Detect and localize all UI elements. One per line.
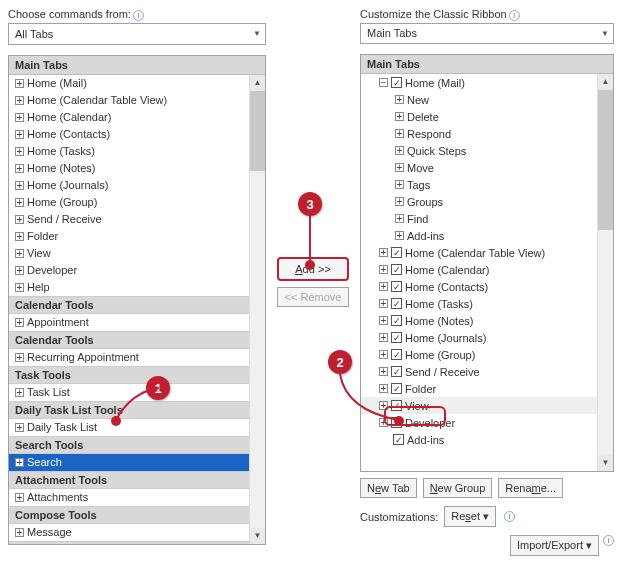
tree-item[interactable]: Home (Journals) bbox=[361, 329, 597, 346]
tree-item[interactable]: Home (Contacts) bbox=[9, 126, 249, 143]
tree-item[interactable]: Tags bbox=[361, 176, 597, 193]
expand-icon[interactable] bbox=[15, 266, 24, 275]
expand-icon[interactable] bbox=[379, 333, 388, 342]
expand-icon[interactable] bbox=[379, 350, 388, 359]
expand-icon[interactable] bbox=[15, 458, 24, 467]
expand-icon[interactable] bbox=[395, 95, 404, 104]
tree-item[interactable]: Home (Calendar Table View) bbox=[361, 244, 597, 261]
expand-icon[interactable] bbox=[395, 129, 404, 138]
expand-icon[interactable] bbox=[15, 130, 24, 139]
tree-item[interactable]: Home (Tasks) bbox=[9, 143, 249, 160]
expand-icon[interactable] bbox=[15, 423, 24, 432]
checkbox[interactable] bbox=[391, 264, 402, 275]
tree-item[interactable]: Home (Calendar Table View) bbox=[9, 92, 249, 109]
expand-icon[interactable] bbox=[395, 180, 404, 189]
expand-icon[interactable] bbox=[395, 197, 404, 206]
checkbox[interactable] bbox=[391, 298, 402, 309]
tree-item[interactable]: Send / Receive bbox=[9, 211, 249, 228]
expand-icon[interactable] bbox=[15, 79, 24, 88]
reset-button[interactable]: Reset ▾ bbox=[444, 506, 496, 527]
tree-item[interactable]: Home (Tasks) bbox=[361, 295, 597, 312]
rename-button[interactable]: Rename... bbox=[498, 478, 563, 498]
expand-icon[interactable] bbox=[15, 113, 24, 122]
checkbox[interactable] bbox=[393, 434, 404, 445]
tree-item[interactable]: Delete bbox=[361, 108, 597, 125]
expand-icon[interactable] bbox=[15, 215, 24, 224]
checkbox[interactable] bbox=[391, 77, 402, 88]
expand-icon[interactable] bbox=[379, 367, 388, 376]
tree-item[interactable]: Home (Mail) bbox=[361, 74, 597, 91]
checkbox[interactable] bbox=[391, 315, 402, 326]
new-tab-button[interactable]: New Tab bbox=[360, 478, 417, 498]
expand-icon[interactable] bbox=[15, 147, 24, 156]
choose-commands-combo[interactable]: All Tabs▼ bbox=[8, 23, 266, 45]
tree-item[interactable]: Daily Task List bbox=[9, 419, 249, 436]
expand-icon[interactable] bbox=[395, 112, 404, 121]
expand-icon[interactable] bbox=[15, 198, 24, 207]
tree-item[interactable]: Home (Calendar) bbox=[9, 109, 249, 126]
expand-icon[interactable] bbox=[395, 146, 404, 155]
tree-item[interactable]: Home (Calendar) bbox=[361, 261, 597, 278]
checkbox[interactable] bbox=[391, 247, 402, 258]
collapse-icon[interactable] bbox=[379, 78, 388, 87]
tree-item[interactable]: Home (Mail) bbox=[9, 75, 249, 92]
tree-item[interactable]: Message bbox=[9, 524, 249, 541]
tree-item[interactable]: Attachments bbox=[9, 489, 249, 506]
expand-icon[interactable] bbox=[379, 282, 388, 291]
import-export-button[interactable]: Import/Export ▾ bbox=[510, 535, 599, 556]
tree-item[interactable]: Home (Journals) bbox=[9, 177, 249, 194]
expand-icon[interactable] bbox=[15, 181, 24, 190]
expand-icon[interactable] bbox=[379, 316, 388, 325]
tree-item[interactable]: Groups bbox=[361, 193, 597, 210]
expand-icon[interactable] bbox=[15, 249, 24, 258]
new-group-button[interactable]: New Group bbox=[423, 478, 493, 498]
tree-item[interactable]: Home (Notes) bbox=[361, 312, 597, 329]
tree-item[interactable]: New bbox=[361, 91, 597, 108]
tree-item[interactable]: Add-ins bbox=[361, 431, 597, 448]
scrollbar[interactable]: ▲ ▼ bbox=[249, 75, 265, 544]
tree-item[interactable]: Respond bbox=[361, 125, 597, 142]
expand-icon[interactable] bbox=[15, 493, 24, 502]
expand-icon[interactable] bbox=[379, 299, 388, 308]
tree-item[interactable]: Folder bbox=[9, 228, 249, 245]
checkbox[interactable] bbox=[391, 383, 402, 394]
tree-item[interactable]: View bbox=[9, 245, 249, 262]
checkbox[interactable] bbox=[391, 366, 402, 377]
tree-item[interactable]: Home (Notes) bbox=[9, 160, 249, 177]
checkbox[interactable] bbox=[391, 281, 402, 292]
tree-item[interactable]: Quick Steps bbox=[361, 142, 597, 159]
tree-item-search[interactable]: Search bbox=[9, 454, 249, 471]
commands-listbox[interactable]: Main Tabs Home (Mail)Home (Calendar Tabl… bbox=[8, 55, 266, 545]
checkbox[interactable] bbox=[391, 332, 402, 343]
tree-item[interactable]: Move bbox=[361, 159, 597, 176]
expand-icon[interactable] bbox=[379, 248, 388, 257]
expand-icon[interactable] bbox=[15, 528, 24, 537]
expand-icon[interactable] bbox=[379, 384, 388, 393]
checkbox[interactable] bbox=[391, 349, 402, 360]
expand-icon[interactable] bbox=[15, 353, 24, 362]
tree-item[interactable]: Home (Contacts) bbox=[361, 278, 597, 295]
expand-icon[interactable] bbox=[395, 231, 404, 240]
expand-icon[interactable] bbox=[15, 388, 24, 397]
expand-icon[interactable] bbox=[15, 318, 24, 327]
tree-item[interactable]: Folder bbox=[361, 380, 597, 397]
tree-item[interactable]: Home (Group) bbox=[9, 194, 249, 211]
tree-item[interactable]: Find bbox=[361, 210, 597, 227]
tree-item[interactable]: Task List bbox=[9, 384, 249, 401]
expand-icon[interactable] bbox=[15, 96, 24, 105]
expand-icon[interactable] bbox=[379, 265, 388, 274]
tree-item[interactable]: Appointment bbox=[9, 314, 249, 331]
tree-item[interactable]: Send / Receive bbox=[361, 363, 597, 380]
expand-icon[interactable] bbox=[395, 214, 404, 223]
expand-icon[interactable] bbox=[395, 163, 404, 172]
tree-item[interactable]: Developer bbox=[9, 262, 249, 279]
scrollbar[interactable]: ▲ ▼ bbox=[597, 74, 613, 471]
expand-icon[interactable] bbox=[15, 232, 24, 241]
tree-item[interactable]: Recurring Appointment bbox=[9, 349, 249, 366]
customize-ribbon-combo[interactable]: Main Tabs▼ bbox=[360, 23, 614, 44]
tree-item[interactable]: Add-ins bbox=[361, 227, 597, 244]
tree-item[interactable]: Help bbox=[9, 279, 249, 296]
tree-item[interactable]: Home (Group) bbox=[361, 346, 597, 363]
expand-icon[interactable] bbox=[15, 164, 24, 173]
expand-icon[interactable] bbox=[15, 283, 24, 292]
